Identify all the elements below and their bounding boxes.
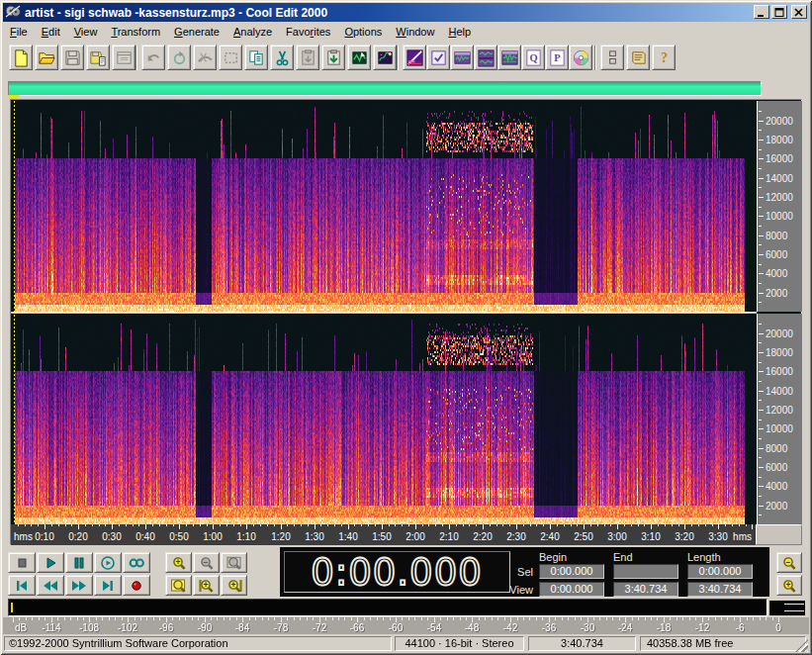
freq-label: 4000 xyxy=(766,481,787,492)
menu-file[interactable]: File xyxy=(3,24,35,40)
toolbar: QP? xyxy=(3,41,809,76)
play-button[interactable] xyxy=(37,552,64,573)
zoom-out-vertical-button[interactable]: − xyxy=(776,552,802,573)
freq-label: 2000 xyxy=(766,288,787,299)
selview-row-label-sel: Sel xyxy=(507,566,533,578)
stop-button[interactable] xyxy=(8,552,36,573)
meter-db-label: -108 xyxy=(79,622,99,633)
frequency-ruler-right-channel[interactable]: 2000018000160001400012000100008000600040… xyxy=(757,314,802,524)
menu-help[interactable]: Help xyxy=(441,24,478,40)
menu-generate[interactable]: Generate xyxy=(167,24,226,40)
zoom-right-edge-button[interactable]: + xyxy=(221,575,247,596)
frequency-ruler-left-channel[interactable]: 2000018000160001400012000100008000600040… xyxy=(757,101,802,312)
menu-edit[interactable]: Edit xyxy=(35,24,67,40)
sel-length-field[interactable]: 0:00.000 xyxy=(687,564,753,579)
title-bar[interactable]: artist - sigi schwab -kassensturz.mp3 - … xyxy=(3,3,809,22)
zoom-left-edge-button[interactable]: + xyxy=(193,575,220,596)
meter-db-label: -60 xyxy=(389,622,403,633)
spectral-view-toggle-button[interactable] xyxy=(403,45,426,70)
waveform-window-2-button[interactable] xyxy=(474,45,497,70)
svg-text:+: + xyxy=(175,556,180,566)
mix-paste-button[interactable] xyxy=(347,45,371,70)
waveform-window-1-button[interactable] xyxy=(450,45,474,70)
meter-db-label: -30 xyxy=(581,622,594,633)
menu-favorites[interactable]: Favorites xyxy=(279,24,337,40)
app-icon xyxy=(5,4,21,21)
menu-view[interactable]: View xyxy=(67,24,105,40)
sel-begin-field[interactable]: 0:00.000 xyxy=(539,564,604,579)
convert-sample-type-button[interactable] xyxy=(373,45,397,70)
meter-peak-mark xyxy=(11,603,13,612)
zoom-in-vertical-button[interactable]: + xyxy=(776,575,802,596)
pause-button[interactable] xyxy=(65,552,93,573)
open-file-button[interactable] xyxy=(35,45,58,70)
loop-button[interactable] xyxy=(123,552,150,573)
delete-selection-button[interactable] xyxy=(193,45,217,70)
go-end-button[interactable] xyxy=(94,575,122,596)
view-length-field[interactable]: 3:40.734 xyxy=(687,582,753,597)
meter-scale: dB -114-108-102-96-90-84-78-72-66-60-54-… xyxy=(3,617,809,634)
meter-db-label: -24 xyxy=(618,622,632,633)
selview-row-label-view: View xyxy=(507,584,533,596)
close-button[interactable] xyxy=(791,5,807,19)
rewind-button[interactable] xyxy=(37,575,64,596)
repeat-command-button[interactable] xyxy=(167,45,191,70)
menu-analyze[interactable]: Analyze xyxy=(226,24,279,40)
quick-script-q-button[interactable]: Q xyxy=(521,45,545,70)
trim-button[interactable] xyxy=(219,45,242,70)
time-label: 2:10 xyxy=(439,531,458,542)
settings-checkbox-button[interactable] xyxy=(426,45,450,70)
fast-forward-button[interactable] xyxy=(65,575,93,596)
time-label: 1:10 xyxy=(236,531,255,542)
play-looped-button[interactable] xyxy=(94,552,122,573)
overview-range-bar[interactable] xyxy=(8,81,762,96)
record-button[interactable] xyxy=(123,575,150,596)
save-as-file-button[interactable] xyxy=(86,45,110,70)
minimize-button[interactable] xyxy=(754,5,769,19)
zoom-in-horizontal-button[interactable]: + xyxy=(165,552,192,573)
meter-db-label: -96 xyxy=(159,622,173,633)
paste-to-new-button[interactable] xyxy=(321,45,345,70)
time-label: 0:10 xyxy=(35,531,53,542)
time-label: 2:00 xyxy=(406,531,424,542)
time-label: 0:20 xyxy=(68,531,87,542)
save-file-button[interactable] xyxy=(60,45,84,70)
paste-button[interactable] xyxy=(296,45,319,70)
freq-label: 2000 xyxy=(766,501,787,512)
zoom-to-selection-button[interactable] xyxy=(165,575,192,596)
selview-header-begin: Begin xyxy=(539,551,567,563)
menu-transform[interactable]: Transform xyxy=(104,24,167,40)
view-end-field[interactable]: 3:40.734 xyxy=(613,582,678,597)
wave-display-area: 2000018000160001400012000100008000600040… xyxy=(10,99,802,545)
zoom-full-button[interactable] xyxy=(221,552,247,573)
freq-label: 8000 xyxy=(766,231,787,241)
view-begin-field[interactable]: 0:00.000 xyxy=(539,582,604,597)
level-meter[interactable] xyxy=(8,599,767,616)
cd-burn-button[interactable] xyxy=(569,45,592,70)
help-button[interactable]: ? xyxy=(652,45,676,70)
sel-end-field[interactable] xyxy=(613,564,678,579)
favorites-f-button[interactable] xyxy=(600,45,624,70)
menu-options[interactable]: Options xyxy=(337,24,389,40)
time-ruler[interactable]: 0:100:200:300:400:501:001:101:201:301:40… xyxy=(11,524,756,545)
file-properties-button[interactable] xyxy=(112,45,135,70)
go-start-button[interactable] xyxy=(8,575,36,596)
waveform-window-3-button[interactable] xyxy=(497,45,521,70)
zoom-out-horizontal-button[interactable]: − xyxy=(193,552,220,573)
new-file-button[interactable] xyxy=(9,45,33,70)
cut-button[interactable] xyxy=(270,45,294,70)
meter-db-label: -36 xyxy=(542,622,556,633)
maximize-button[interactable] xyxy=(771,5,787,19)
menu-window[interactable]: Window xyxy=(389,24,441,40)
undo-button[interactable] xyxy=(141,45,165,70)
spectrogram-right-channel[interactable] xyxy=(12,314,756,524)
display-panel: 0:00.000 Begin End Length Sel View 0:00.… xyxy=(280,547,769,597)
play-list-p-button[interactable]: P xyxy=(545,45,569,70)
meter-db-label: -42 xyxy=(503,622,517,633)
meter-db-label: -48 xyxy=(465,622,479,633)
spectrogram-left-channel[interactable] xyxy=(12,101,756,312)
scripts-scroll-button[interactable] xyxy=(626,45,650,70)
overview-range-fill xyxy=(9,82,761,95)
time-label: 2:30 xyxy=(506,531,525,542)
copy-button[interactable] xyxy=(244,45,268,70)
